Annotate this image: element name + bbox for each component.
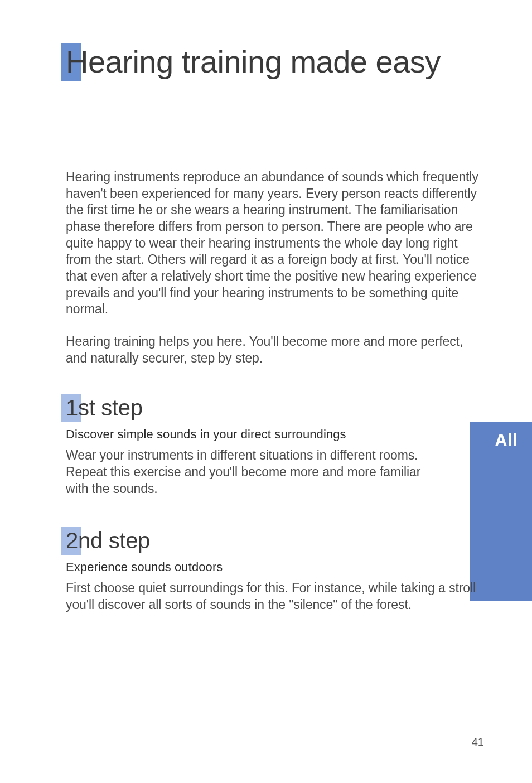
intro-paragraph-2: Hearing training helps you here. You'll …: [66, 334, 485, 366]
step-2-section: 2nd step Experience sounds outdoors Firs…: [66, 528, 485, 613]
step-2-body: First choose quiet surroundings for this…: [66, 580, 485, 613]
step-1-section: 1st step Discover simple sounds in your …: [66, 395, 423, 497]
page-title-text: Hearing training made easy: [66, 44, 441, 79]
step-2-subtitle: Experience sounds outdoors: [66, 560, 485, 574]
page-number: 41: [472, 736, 484, 748]
step-1-body: Wear your instruments in different situa…: [66, 447, 423, 497]
intro-paragraph-1: Hearing instruments reproduce an abundan…: [66, 169, 485, 318]
step-2-heading: 2nd step: [66, 528, 485, 553]
page-title: Hearing training made easy: [66, 44, 485, 80]
step-2-title: 2nd step: [66, 528, 150, 553]
step-1-heading: 1st step: [66, 395, 423, 420]
page-content: Hearing training made easy Hearing instr…: [0, 0, 532, 783]
step-1-title: 1st step: [66, 395, 143, 420]
step-1-subtitle: Discover simple sounds in your direct su…: [66, 427, 423, 442]
